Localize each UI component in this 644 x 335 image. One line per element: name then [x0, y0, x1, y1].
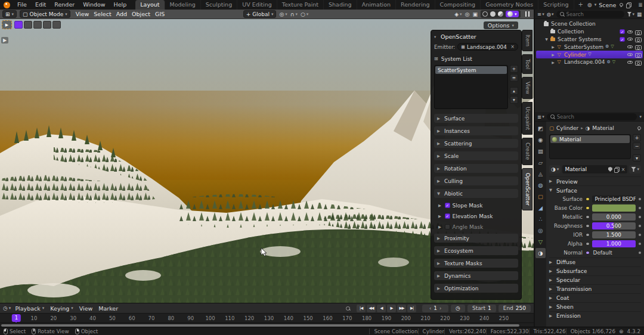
animate-dot[interactable] — [639, 207, 641, 209]
expand-icon[interactable]: ▶ — [550, 45, 556, 49]
options-button[interactable]: Options▾ — [484, 21, 518, 29]
collapsed-panel-header[interactable]: ▶ Diffuse — [549, 258, 641, 266]
material-browse-button[interactable]: ◑▾ — [549, 165, 561, 173]
fake-user-icon[interactable] — [608, 167, 612, 172]
field-plain[interactable]: Default — [592, 249, 636, 257]
hide-viewport-icon[interactable] — [627, 29, 633, 35]
outliner-row[interactable]: Collection — [536, 28, 643, 36]
panel-section[interactable]: ▶ Proximity — [434, 234, 518, 243]
viewport-menu-item[interactable]: View — [73, 11, 92, 17]
workspace-tab[interactable]: Texture Paint — [277, 0, 324, 10]
collapsed-panel-header[interactable]: ▶ Subsurface — [549, 266, 641, 275]
material-slot[interactable]: Material — [550, 135, 630, 143]
system-specials-button[interactable]: ≡ — [510, 74, 518, 82]
transform-orientation-dropdown[interactable]: +Global▾ — [243, 10, 277, 18]
sidebar-tab[interactable]: Ucupaint — [522, 102, 532, 135]
material-slot-list[interactable]: Material — [549, 134, 631, 159]
panel-section[interactable]: ▶ Culling — [434, 176, 518, 185]
sidebar-tab[interactable]: View — [522, 77, 532, 99]
show-gizmo-dropdown[interactable]: ◈▾ — [454, 11, 462, 17]
select-mode-extend[interactable] — [24, 21, 32, 29]
properties-tab[interactable]: ▽ — [535, 237, 546, 247]
disable-render-icon[interactable] — [634, 52, 641, 58]
panel-section[interactable]: ▶ Scale — [434, 151, 518, 160]
solid-shading-icon[interactable] — [490, 11, 496, 17]
workspace-tab[interactable]: Layout — [135, 0, 165, 10]
add-slot-button[interactable]: + — [633, 134, 641, 141]
properties-tab[interactable]: ◍ — [535, 180, 546, 190]
workspace-tab[interactable]: UV Editing — [237, 0, 277, 10]
mask-row[interactable]: ▶ Slope Mask — [438, 201, 518, 209]
animate-dot[interactable] — [639, 225, 641, 227]
timeline-menu-item[interactable]: Playback▾ — [13, 305, 46, 312]
properties-tab[interactable]: ∴ — [535, 214, 546, 224]
panel-section[interactable]: ▶ Ecosystem — [434, 246, 518, 255]
toggle-xray-icon[interactable]: ▣ — [472, 11, 478, 17]
rendered-shading-active[interactable]: ▾ — [506, 11, 519, 17]
transport-button[interactable]: ◀◀ — [367, 305, 376, 312]
hide-viewport-icon[interactable] — [627, 59, 633, 65]
new-material-icon[interactable] — [614, 167, 620, 172]
hide-viewport-icon[interactable] — [627, 44, 633, 50]
current-frame-indicator[interactable]: 1 — [12, 314, 20, 322]
pin-icon[interactable] — [618, 2, 623, 7]
panel-section[interactable]: ▶ Rotation — [434, 164, 518, 173]
mask-checkbox[interactable] — [445, 203, 450, 208]
exclude-checkbox[interactable] — [620, 37, 625, 42]
search-input[interactable] — [566, 11, 622, 17]
scrollbar-thumb[interactable] — [1, 324, 519, 327]
proportional-editing-icon[interactable]: ○▾ — [301, 11, 308, 17]
transport-button[interactable]: ◀ — [377, 305, 386, 312]
disable-render-icon[interactable] — [634, 36, 641, 42]
mask-checkbox[interactable] — [445, 213, 450, 219]
sidebar-tab[interactable]: Tool — [522, 54, 532, 74]
search-icon[interactable] — [345, 306, 351, 311]
properties-tab[interactable]: ◢ — [535, 203, 546, 213]
collapsed-panel-header[interactable]: ▶ Transmission — [549, 284, 641, 293]
transport-button[interactable]: |◀ — [357, 305, 366, 312]
unlink-icon[interactable]: × — [621, 167, 626, 172]
panel-section[interactable]: ▶ Optimization — [434, 284, 518, 293]
select-mode-invert[interactable] — [43, 21, 51, 29]
properties-tab[interactable]: ◬ — [535, 169, 546, 179]
panel-section[interactable]: ▶ Scattering — [434, 139, 518, 148]
field-color[interactable] — [592, 204, 636, 212]
surface-panel-header[interactable]: ▼ Surface — [549, 185, 641, 194]
outliner-row[interactable]: ▶▽Landscape.004⚙▽ — [536, 58, 643, 66]
transport-button[interactable]: ▶▶ — [397, 305, 406, 312]
workspace-tab[interactable]: Sculpting — [201, 0, 237, 10]
wireframe-shading-icon[interactable] — [482, 11, 488, 17]
outliner-row[interactable]: Scene Collection — [536, 20, 643, 28]
active-tool-button[interactable]: ▶ — [2, 20, 12, 29]
sidebar-tab[interactable]: Create — [522, 138, 532, 165]
collapsed-panel-header[interactable]: ▶ Emission — [549, 311, 641, 320]
mask-checkbox[interactable] — [445, 224, 450, 229]
timeline-menu-item[interactable]: Keying▾ — [48, 305, 75, 312]
viewport-menu-item[interactable]: Add — [114, 11, 129, 17]
editor-type-button[interactable]: ◷▾ — [3, 305, 11, 311]
show-overlays-icon[interactable]: ◎ — [465, 11, 470, 17]
snap-magnet-icon[interactable]: ∩▾ — [290, 11, 298, 17]
chevron-down-icon[interactable]: ▾ — [639, 114, 642, 119]
material-filter-button[interactable]: ▾ — [629, 165, 641, 173]
expand-icon[interactable]: ▶ — [550, 60, 556, 64]
exclude-checkbox[interactable] — [620, 29, 625, 35]
workspace-tab[interactable]: Rendering — [396, 0, 435, 10]
display-mode-dropdown[interactable]: ≡▾ — [537, 11, 544, 17]
transport-button[interactable]: ▶| — [407, 305, 416, 312]
select-mode-set[interactable] — [14, 21, 23, 29]
scene-name[interactable]: Scene — [599, 2, 616, 8]
viewport-menu-item[interactable]: Select — [91, 11, 113, 17]
animate-dot[interactable] — [639, 252, 641, 254]
new-scene-icon[interactable] — [626, 2, 631, 8]
pause-icon[interactable] — [525, 11, 530, 17]
field-slider[interactable]: 1.500 — [592, 231, 636, 239]
workspace-tab[interactable]: Animation — [357, 0, 396, 10]
editor-type-button[interactable]: ⊞▾ — [2, 10, 17, 18]
viewport-menu-item[interactable]: GIS — [153, 11, 167, 17]
workspace-tab[interactable]: Shading — [324, 0, 357, 10]
pin-icon[interactable] — [636, 126, 641, 131]
properties-search[interactable] — [547, 113, 637, 120]
filter-dropdown[interactable]: ▾ — [627, 12, 634, 17]
disable-render-icon[interactable] — [634, 59, 641, 65]
